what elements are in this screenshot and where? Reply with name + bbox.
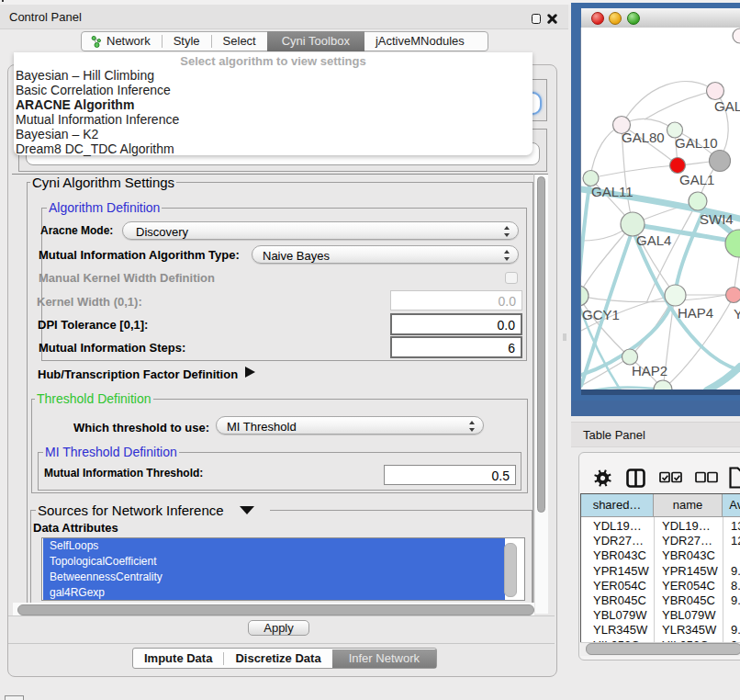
svg-text:SWI4: SWI4 bbox=[700, 211, 734, 227]
svg-text:HAP2: HAP2 bbox=[632, 363, 667, 378]
svg-text:GCY1: GCY1 bbox=[582, 307, 620, 322]
svg-text:GAL10: GAL10 bbox=[675, 135, 718, 151]
svg-text:GAL1: GAL1 bbox=[679, 172, 714, 187]
svg-text:GAL4: GAL4 bbox=[636, 232, 671, 248]
svg-text:GAL2: GAL2 bbox=[714, 98, 740, 114]
svg-text:Y: Y bbox=[734, 306, 740, 322]
svg-text:GAL80: GAL80 bbox=[622, 130, 665, 145]
svg-text:HAP4: HAP4 bbox=[678, 305, 713, 321]
svg-text:GAL11: GAL11 bbox=[591, 184, 633, 199]
